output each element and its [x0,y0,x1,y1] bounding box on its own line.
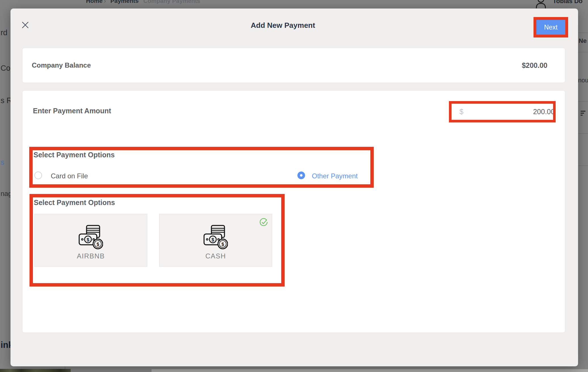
breadcrumb-separator: › [137,0,139,5]
money-icon: $ $ [79,225,103,249]
select-payment-method-heading: Select Payment Options [34,198,115,207]
breadcrumb-separator: › [104,0,106,5]
svg-text:$: $ [97,242,99,247]
other-payment-radio[interactable] [297,172,305,179]
bg-row-divider [578,166,588,166]
card-on-file-radio[interactable] [34,172,42,179]
breadcrumb-payments: Payments [110,0,138,4]
payment-form-card: Enter Payment Amount $ Select Payment Op… [22,90,565,333]
next-button[interactable]: Next [536,20,565,35]
bg-link-fragment: s [1,158,4,167]
breadcrumb-home: Home [86,0,102,4]
airbnb-tile[interactable]: $ $ AIRBNB [34,214,147,267]
company-balance-value: $200.00 [522,61,547,70]
bg-row-divider [578,133,588,134]
selected-check-icon [259,218,268,227]
other-payment-label[interactable]: Other Payment [312,172,358,180]
cash-tile-label: CASH [205,252,226,260]
next-annotation-box: Next [534,17,568,37]
cash-tile[interactable]: $ $ CASH [159,214,272,267]
svg-text:$: $ [222,242,224,247]
company-balance-label: Company Balance [32,61,91,69]
filter-icon [581,111,585,117]
bg-text-fragment: rd [1,28,7,37]
bg-thumbnail-image [0,369,71,372]
bg-text-fragment: Ne [579,37,587,45]
payment-amount-input[interactable] [463,108,555,116]
breadcrumb-company-payments: Company Payments [143,0,200,4]
bg-row-divider [578,52,588,52]
enter-amount-label: Enter Payment Amount [33,107,111,115]
bg-content-strip [152,369,588,372]
airbnb-tile-label: AIRBNB [77,252,105,260]
add-payment-modal: Add New Payment Next Company Balance $20… [10,9,578,366]
currency-symbol: $ [459,108,463,116]
money-icon: $ $ [203,225,228,249]
select-payment-options-heading: Select Payment Options [33,151,115,159]
bg-row-divider [578,33,588,33]
card-on-file-label[interactable]: Card on File [51,172,88,180]
modal-title: Add New Payment [10,21,555,30]
svg-text:$: $ [87,237,89,243]
payment-amount-field: $ [452,104,553,120]
user-name: Tobias Do [553,0,583,5]
svg-text:$: $ [211,237,214,243]
bg-text-fragment: nou [578,77,588,84]
user-avatar-icon [535,0,547,9]
company-balance-card: Company Balance $200.00 [22,48,565,83]
bg-row-divider [578,101,588,102]
